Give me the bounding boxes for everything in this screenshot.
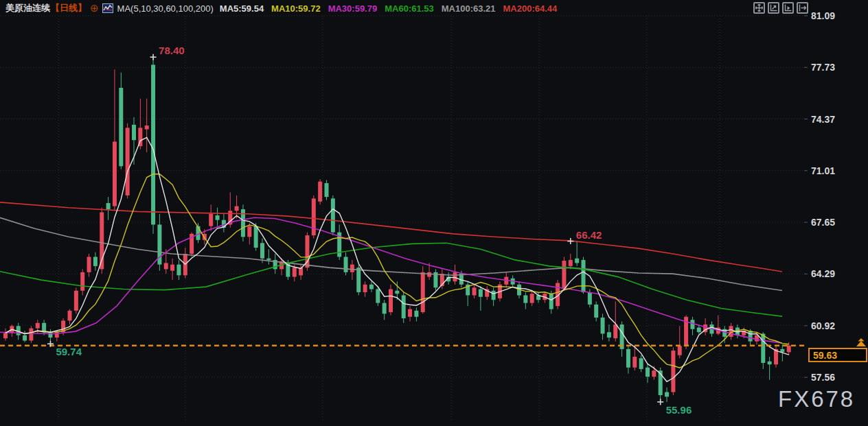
candlestick-chart[interactable]: 81.0977.7374.3771.0167.6564.2960.9257.56… bbox=[0, 0, 868, 426]
symbol-name: 美原油连续 bbox=[5, 2, 50, 14]
candle bbox=[389, 289, 393, 312]
candle bbox=[472, 287, 477, 295]
chart-type-icon[interactable] bbox=[102, 3, 113, 13]
candle bbox=[170, 265, 174, 271]
candle bbox=[369, 285, 374, 289]
candle bbox=[216, 215, 220, 220]
candle bbox=[646, 368, 650, 377]
candle bbox=[312, 198, 316, 235]
candle bbox=[588, 292, 592, 305]
candle bbox=[29, 329, 33, 341]
candle bbox=[260, 243, 264, 258]
move-crosshair-icon[interactable] bbox=[753, 2, 765, 14]
price-annotation: 66.42 bbox=[576, 229, 602, 241]
candles bbox=[3, 57, 791, 402]
candle bbox=[652, 370, 656, 377]
candle bbox=[395, 291, 399, 294]
candle bbox=[613, 324, 617, 338]
candle bbox=[93, 257, 98, 265]
candle bbox=[523, 295, 527, 303]
candle bbox=[331, 198, 335, 232]
candle bbox=[318, 182, 322, 202]
candle bbox=[697, 327, 701, 332]
candle bbox=[36, 323, 40, 329]
candle bbox=[402, 295, 406, 318]
candle bbox=[421, 272, 425, 312]
candle bbox=[601, 318, 605, 334]
candle bbox=[164, 263, 168, 269]
candle bbox=[530, 294, 534, 303]
chart-header: 美原油连续【日线】 ⊕ MA(5,10,30,60,100,200) MA5:5… bbox=[0, 0, 564, 16]
candle bbox=[3, 333, 8, 338]
candle bbox=[23, 335, 27, 341]
candle bbox=[414, 311, 418, 317]
ma60-value: MA60:61.53 bbox=[385, 3, 434, 14]
gridlines: 81.0977.7374.3771.0167.6564.2960.9257.56 bbox=[0, 10, 835, 421]
y-axis-label: 77.73 bbox=[811, 62, 835, 73]
candle bbox=[176, 265, 181, 276]
candle bbox=[453, 272, 457, 281]
candle bbox=[293, 268, 297, 276]
candle bbox=[113, 141, 117, 206]
candle bbox=[492, 291, 496, 300]
chart-toolbar bbox=[753, 2, 808, 14]
ma10-value: MA10:59.72 bbox=[271, 3, 321, 14]
candle bbox=[729, 326, 733, 337]
period-label: 【日线】 bbox=[51, 2, 87, 14]
candle bbox=[408, 309, 412, 317]
candle bbox=[761, 333, 765, 363]
candle bbox=[582, 260, 586, 292]
y-axis-label: 60.92 bbox=[811, 320, 835, 331]
candle bbox=[382, 303, 387, 314]
axis-scale-icon[interactable] bbox=[768, 2, 779, 14]
candle bbox=[671, 351, 675, 392]
candle bbox=[48, 332, 52, 338]
ma5-value: MA5:59.54 bbox=[220, 3, 264, 14]
candle bbox=[768, 362, 772, 364]
chart-app: 81.0977.7374.3771.0167.6564.2960.9257.56… bbox=[0, 0, 868, 426]
candle bbox=[87, 257, 91, 272]
candle bbox=[145, 126, 149, 130]
annotations: 59.7478.4066.4255.96 bbox=[47, 45, 692, 416]
candle bbox=[569, 260, 573, 266]
price-annotation: 59.74 bbox=[56, 346, 82, 357]
candle bbox=[106, 203, 111, 209]
candle bbox=[344, 257, 348, 272]
candle bbox=[639, 358, 643, 369]
candle bbox=[479, 289, 483, 296]
candle bbox=[80, 272, 84, 291]
candle bbox=[235, 206, 239, 211]
y-axis-label: 67.65 bbox=[811, 217, 835, 228]
candle bbox=[151, 64, 155, 224]
candle bbox=[266, 259, 271, 260]
ma-parameters-label: MA(5,10,30,60,100,200) bbox=[117, 3, 214, 14]
y-axis-label: 74.37 bbox=[811, 114, 835, 125]
candle bbox=[254, 226, 258, 248]
y-axis-label: 64.29 bbox=[811, 268, 835, 279]
axis-play-icon[interactable] bbox=[782, 2, 794, 14]
ma-line-ma10 bbox=[5, 174, 789, 368]
pan-right-icon[interactable] bbox=[797, 2, 808, 14]
y-axis-label: 57.56 bbox=[811, 372, 835, 383]
add-compare-icon[interactable]: ⊕ bbox=[90, 2, 99, 14]
candle bbox=[325, 183, 329, 197]
candle bbox=[787, 346, 791, 353]
candle bbox=[626, 349, 630, 368]
price-up-arrow-icon bbox=[856, 338, 867, 351]
y-axis-label: 71.01 bbox=[811, 165, 835, 176]
ma30-value: MA30:59.79 bbox=[328, 3, 378, 14]
candle bbox=[356, 268, 361, 292]
candle bbox=[376, 289, 380, 303]
candle bbox=[350, 265, 354, 272]
y-axis-label: 81.09 bbox=[811, 10, 835, 21]
candle bbox=[780, 349, 784, 352]
candle bbox=[68, 311, 72, 321]
candle bbox=[126, 128, 130, 196]
candle bbox=[562, 261, 566, 289]
candle bbox=[132, 125, 136, 140]
candle bbox=[247, 226, 251, 237]
candle bbox=[632, 357, 637, 368]
candle bbox=[755, 335, 759, 342]
price-annotation: 55.96 bbox=[666, 404, 692, 416]
ma-line-ma200 bbox=[0, 202, 782, 272]
